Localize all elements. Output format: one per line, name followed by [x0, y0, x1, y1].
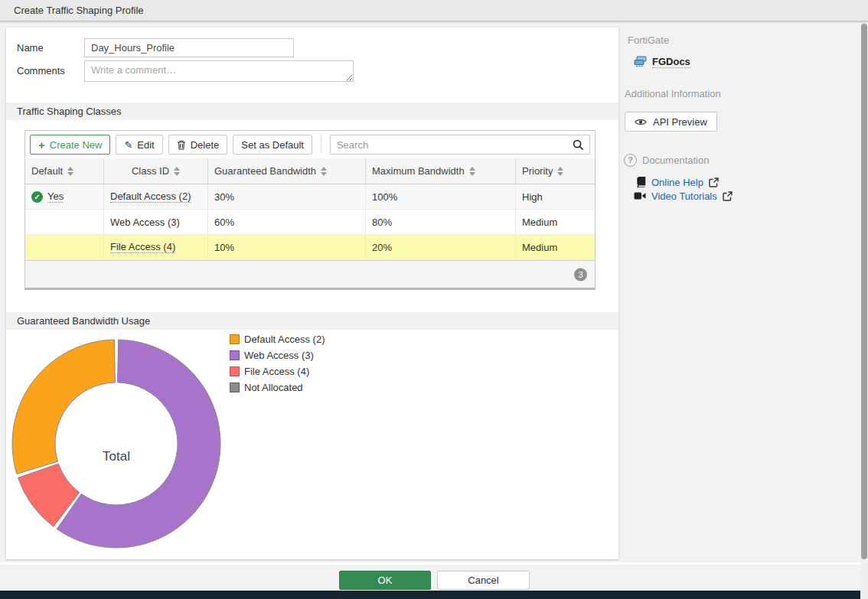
fortigate-device-icon	[634, 56, 647, 68]
donut-slice-default-access-2[interactable]	[12, 340, 115, 474]
cell-maximum-bandwidth: 80%	[366, 210, 516, 234]
usage-section-header: Guaranteed Bandwidth Usage	[6, 312, 618, 330]
table-header-row: DefaultClass IDGuaranteed BandwidthMaxim…	[25, 158, 595, 184]
video-camera-icon	[634, 192, 646, 200]
classes-table: + Create New ✎ Edit Delete Set as Defaul…	[24, 130, 596, 290]
usage-section-title: Guaranteed Bandwidth Usage	[17, 315, 150, 327]
column-header-maximum-bandwidth[interactable]: Maximum Bandwidth	[366, 158, 516, 184]
bandwidth-donut-chart: Total	[10, 337, 223, 550]
class-id-label[interactable]: Default Access (2)	[110, 190, 191, 203]
sort-icon	[321, 167, 327, 176]
external-link-icon	[709, 177, 719, 187]
table-row-default-access-2[interactable]: ✓YesDefault Access (2)30%100%High	[25, 184, 595, 210]
legend-label: File Access (4)	[244, 366, 309, 377]
cell-guaranteed-bandwidth: 30%	[208, 184, 366, 209]
legend-item-file-access-4[interactable]: File Access (4)	[230, 366, 325, 377]
create-new-label: Create New	[50, 139, 103, 151]
search-input[interactable]	[331, 136, 566, 153]
pencil-icon: ✎	[124, 140, 132, 150]
table-row-web-access-3[interactable]: Web Access (3)60%80%Medium	[25, 210, 595, 235]
cell-maximum-bandwidth: 100%	[366, 184, 516, 209]
edit-button[interactable]: ✎ Edit	[116, 135, 162, 155]
search-icon[interactable]	[566, 139, 589, 151]
scrollbar-thumb[interactable]	[861, 24, 867, 559]
scrollbar-track[interactable]	[860, 21, 868, 599]
column-header-label: Maximum Bandwidth	[372, 165, 465, 177]
bottom-dark-bar	[0, 591, 868, 599]
column-header-priority[interactable]: Priority	[516, 158, 595, 184]
ok-button[interactable]: OK	[339, 571, 431, 590]
legend-swatch	[230, 334, 240, 344]
table-footer: 3	[25, 260, 595, 288]
legend-label: Not Allocated	[244, 382, 303, 393]
legend-swatch	[230, 350, 240, 360]
online-help-row: Online Help	[636, 175, 719, 189]
table-body: ✓YesDefault Access (2)30%100%HighWeb Acc…	[25, 184, 595, 260]
delete-button[interactable]: Delete	[168, 135, 228, 155]
cell-priority: High	[516, 184, 595, 209]
sort-icon	[67, 167, 73, 176]
comments-input[interactable]	[84, 60, 354, 82]
name-label: Name	[17, 42, 44, 54]
external-link-icon	[723, 191, 733, 201]
sort-icon	[557, 167, 563, 176]
chart-legend: Default Access (2)Web Access (3)File Acc…	[230, 334, 325, 398]
cell-default: ✓Yes	[25, 184, 104, 209]
column-header-label: Default	[31, 165, 63, 177]
comments-label: Comments	[17, 65, 65, 77]
online-help-link[interactable]: Online Help	[651, 177, 703, 188]
donut-center-label: Total	[103, 449, 130, 464]
cell-guaranteed-bandwidth: 60%	[208, 210, 366, 234]
column-header-guaranteed-bandwidth[interactable]: Guaranteed Bandwidth	[208, 158, 366, 184]
cell-class-id: Web Access (3)	[104, 210, 208, 234]
cell-maximum-bandwidth: 20%	[366, 235, 516, 259]
right-sidebar: FortiGate FGDocs Additional Information …	[620, 28, 860, 559]
fortigate-heading: FortiGate	[628, 34, 669, 46]
name-input[interactable]	[84, 38, 294, 57]
row-count-badge: 3	[574, 268, 587, 281]
sort-icon	[469, 167, 475, 176]
device-name: FGDocs	[652, 56, 690, 68]
legend-item-default-access-2[interactable]: Default Access (2)	[230, 334, 325, 345]
set-as-default-button[interactable]: Set as Default	[233, 135, 312, 155]
column-header-label: Guaranteed Bandwidth	[214, 165, 316, 177]
legend-label: Default Access (2)	[244, 334, 325, 345]
cell-class-id: File Access (4)	[104, 235, 208, 259]
cell-default	[25, 210, 104, 234]
legend-swatch	[230, 383, 240, 392]
video-tutorials-link[interactable]: Video Tutorials	[651, 190, 717, 202]
trash-icon	[177, 140, 186, 150]
class-id-label[interactable]: Web Access (3)	[110, 216, 180, 228]
column-header-class-id[interactable]: Class ID	[104, 158, 208, 184]
column-header-label: Class ID	[132, 165, 169, 177]
eye-icon	[635, 118, 647, 126]
documentation-heading-row: ? Documentation	[624, 153, 709, 167]
set-as-default-label: Set as Default	[241, 139, 304, 151]
legend-item-not-allocated[interactable]: Not Allocated	[230, 382, 325, 393]
column-header-default[interactable]: Default	[25, 158, 104, 184]
api-preview-label: API Preview	[653, 116, 707, 128]
column-header-label: Priority	[522, 165, 553, 177]
sort-icon	[174, 167, 180, 176]
legend-swatch	[230, 366, 240, 376]
edit-label: Edit	[137, 139, 154, 151]
toolbar-separator	[321, 136, 321, 153]
cancel-button[interactable]: Cancel	[437, 571, 530, 590]
legend-item-web-access-3[interactable]: Web Access (3)	[230, 350, 325, 361]
question-circle-icon: ?	[624, 154, 637, 167]
device-entry[interactable]: FGDocs	[634, 55, 690, 69]
additional-info-heading: Additional Information	[625, 88, 721, 99]
table-row-file-access-4[interactable]: File Access (4)10%20%Medium	[25, 235, 595, 260]
cell-guaranteed-bandwidth: 10%	[208, 235, 366, 259]
dialog-title: Create Traffic Shaping Profile	[14, 5, 144, 16]
api-preview-button[interactable]: API Preview	[625, 112, 717, 132]
screen: Create Traffic Shaping Profile Name Comm…	[0, 0, 868, 599]
plus-icon: +	[38, 139, 45, 151]
content-panel: Name Comments Traffic Shaping Classes + …	[6, 28, 618, 559]
create-new-button[interactable]: + Create New	[30, 135, 110, 155]
class-id-label[interactable]: File Access (4)	[110, 241, 175, 253]
cell-class-id: Default Access (2)	[104, 184, 208, 209]
cell-priority: Medium	[516, 235, 595, 259]
check-circle-icon: ✓	[31, 191, 43, 203]
default-yes-label: Yes	[47, 190, 64, 203]
